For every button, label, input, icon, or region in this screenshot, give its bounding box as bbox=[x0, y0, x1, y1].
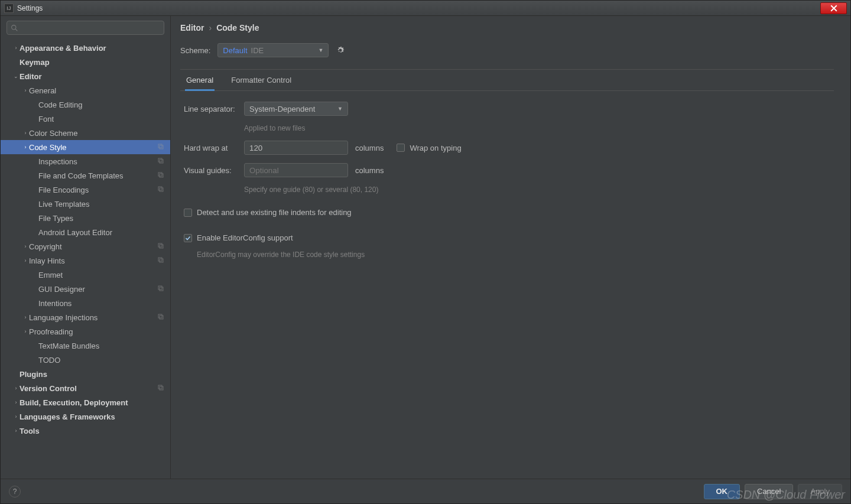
tab-formatter-control[interactable]: Formatter Control bbox=[230, 70, 293, 90]
sidebar-item-appearance-behavior[interactable]: ›Appearance & Behavior bbox=[1, 41, 170, 55]
sidebar-item-textmate-bundles[interactable]: TextMate Bundles bbox=[1, 339, 170, 353]
sidebar-item-intentions[interactable]: Intentions bbox=[1, 296, 170, 310]
line-separator-label: Line separator: bbox=[184, 105, 237, 113]
tree-item-label: General bbox=[29, 86, 164, 95]
tree-item-label: TextMate Bundles bbox=[38, 342, 164, 350]
sidebar: ›Appearance & BehaviorKeymap⌄Editor›Gene… bbox=[1, 16, 171, 479]
columns-label: columns bbox=[355, 144, 384, 152]
visual-guides-hint: Specify one guide (80) or several (80, 1… bbox=[244, 186, 830, 194]
expand-arrow-icon: › bbox=[12, 399, 20, 405]
svg-rect-6 bbox=[158, 173, 162, 176]
sidebar-item-code-style[interactable]: ›Code Style bbox=[1, 140, 170, 154]
sidebar-item-editor[interactable]: ⌄Editor bbox=[1, 69, 170, 83]
wrap-on-typing-checkbox[interactable] bbox=[397, 144, 405, 152]
breadcrumb-separator: › bbox=[209, 23, 212, 32]
sidebar-item-build-execution-deployment[interactable]: ›Build, Execution, Deployment bbox=[1, 395, 170, 409]
sidebar-item-languages-frameworks[interactable]: ›Languages & Frameworks bbox=[1, 409, 170, 424]
expand-arrow-icon: › bbox=[22, 243, 29, 249]
svg-rect-8 bbox=[158, 187, 162, 190]
tree-item-label: Code Editing bbox=[38, 100, 164, 109]
copy-icon bbox=[157, 143, 164, 152]
expand-arrow-icon: › bbox=[12, 414, 20, 420]
expand-arrow-icon: ⌄ bbox=[12, 73, 20, 79]
expand-arrow-icon: › bbox=[12, 428, 20, 434]
svg-rect-10 bbox=[158, 243, 162, 247]
tree-item-label: Build, Execution, Deployment bbox=[20, 398, 164, 407]
editorconfig-label: Enable EditorConfig support bbox=[197, 233, 293, 242]
sidebar-item-plugins[interactable]: Plugins bbox=[1, 367, 170, 381]
sidebar-item-gui-designer[interactable]: GUI Designer bbox=[1, 282, 170, 296]
svg-rect-4 bbox=[158, 158, 162, 162]
sidebar-item-file-encodings[interactable]: File Encodings bbox=[1, 183, 170, 197]
settings-tree[interactable]: ›Appearance & BehaviorKeymap⌄Editor›Gene… bbox=[1, 40, 170, 479]
scheme-dropdown[interactable]: Default IDE ▼ bbox=[217, 43, 329, 57]
svg-rect-12 bbox=[158, 258, 162, 261]
svg-rect-11 bbox=[160, 245, 163, 248]
tree-item-label: Live Templates bbox=[38, 200, 164, 209]
tabs: General Formatter Control bbox=[180, 70, 834, 91]
detect-indents-checkbox[interactable] bbox=[184, 209, 192, 217]
sidebar-item-inspections[interactable]: Inspections bbox=[1, 154, 170, 168]
sidebar-item-font[interactable]: Font bbox=[1, 112, 170, 126]
sidebar-item-version-control[interactable]: ›Version Control bbox=[1, 381, 170, 395]
copy-icon bbox=[157, 171, 164, 180]
tree-item-label: Copyright bbox=[29, 242, 157, 251]
gear-icon[interactable] bbox=[336, 45, 345, 55]
sidebar-item-file-types[interactable]: File Types bbox=[1, 211, 170, 225]
sidebar-item-keymap[interactable]: Keymap bbox=[1, 55, 170, 69]
tree-item-label: Color Scheme bbox=[29, 129, 164, 138]
tree-item-label: Intentions bbox=[38, 299, 164, 308]
breadcrumb-editor[interactable]: Editor bbox=[180, 23, 204, 32]
detect-indents-label: Detect and use existing file indents for… bbox=[197, 208, 352, 217]
line-separator-dropdown[interactable]: System-Dependent ▼ bbox=[244, 102, 348, 116]
apply-button[interactable]: Apply bbox=[798, 484, 842, 499]
sidebar-item-live-templates[interactable]: Live Templates bbox=[1, 197, 170, 211]
cancel-button[interactable]: Cancel bbox=[745, 484, 793, 499]
sidebar-item-tools[interactable]: ›Tools bbox=[1, 424, 170, 438]
sidebar-item-language-injections[interactable]: ›Language Injections bbox=[1, 310, 170, 324]
svg-rect-17 bbox=[160, 316, 163, 319]
search-input[interactable] bbox=[7, 21, 164, 35]
tree-item-label: TODO bbox=[38, 356, 164, 365]
svg-rect-15 bbox=[160, 287, 163, 291]
sidebar-item-file-and-code-templates[interactable]: File and Code Templates bbox=[1, 168, 170, 183]
tree-item-label: Font bbox=[38, 115, 164, 123]
breadcrumb-codestyle: Code Style bbox=[216, 23, 259, 32]
scheme-label: Scheme: bbox=[180, 46, 210, 55]
svg-rect-13 bbox=[160, 259, 163, 262]
sidebar-item-todo[interactable]: TODO bbox=[1, 353, 170, 367]
editorconfig-checkbox[interactable] bbox=[184, 234, 192, 242]
tree-item-label: GUI Designer bbox=[38, 285, 157, 294]
sidebar-item-copyright[interactable]: ›Copyright bbox=[1, 239, 170, 253]
expand-arrow-icon: › bbox=[12, 385, 20, 391]
sidebar-item-emmet[interactable]: Emmet bbox=[1, 268, 170, 282]
sidebar-item-general[interactable]: ›General bbox=[1, 83, 170, 97]
line-separator-hint: Applied to new files bbox=[244, 124, 830, 132]
visual-guides-label: Visual guides: bbox=[184, 166, 237, 175]
expand-arrow-icon: › bbox=[22, 130, 29, 136]
tab-general[interactable]: General bbox=[185, 70, 215, 90]
chevron-down-icon: ▼ bbox=[337, 106, 343, 112]
sidebar-item-code-editing[interactable]: Code Editing bbox=[1, 97, 170, 112]
tree-item-label: Inspections bbox=[38, 157, 157, 166]
copy-icon bbox=[157, 285, 164, 294]
help-button[interactable]: ? bbox=[9, 486, 21, 498]
ok-button[interactable]: OK bbox=[704, 484, 740, 499]
copy-icon bbox=[157, 157, 164, 166]
app-icon: IJ bbox=[4, 4, 14, 13]
sidebar-item-inlay-hints[interactable]: ›Inlay Hints bbox=[1, 253, 170, 268]
hardwrap-input[interactable] bbox=[244, 141, 348, 155]
tree-item-label: File Types bbox=[38, 214, 164, 223]
tree-item-label: Proofreading bbox=[29, 327, 164, 336]
tree-item-label: Inlay Hints bbox=[29, 256, 157, 265]
window-close-button[interactable] bbox=[820, 2, 847, 14]
sidebar-item-color-scheme[interactable]: ›Color Scheme bbox=[1, 126, 170, 140]
sidebar-item-proofreading[interactable]: ›Proofreading bbox=[1, 324, 170, 339]
tree-item-label: Tools bbox=[20, 427, 164, 435]
tree-item-label: Languages & Frameworks bbox=[20, 412, 164, 421]
visual-guides-input[interactable] bbox=[244, 163, 348, 177]
tree-item-label: Emmet bbox=[38, 271, 164, 279]
expand-arrow-icon: › bbox=[22, 144, 29, 150]
expand-arrow-icon: › bbox=[22, 87, 29, 93]
sidebar-item-android-layout-editor[interactable]: Android Layout Editor bbox=[1, 225, 170, 239]
